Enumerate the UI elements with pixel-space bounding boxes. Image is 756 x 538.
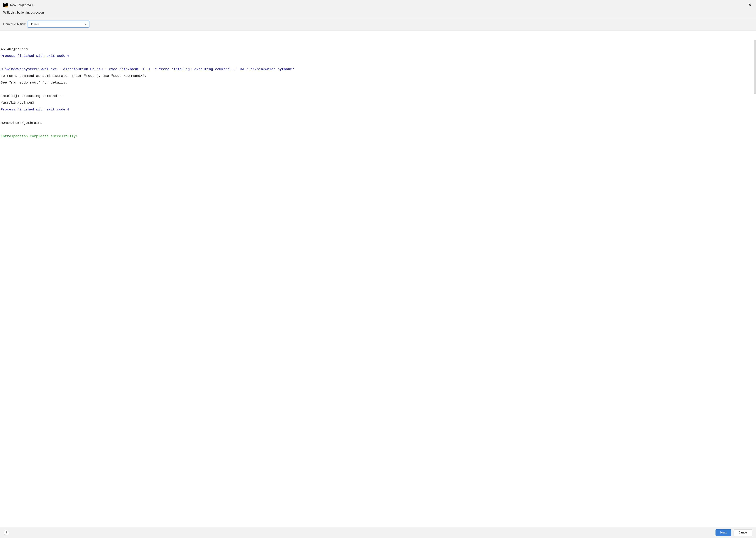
console-line: See "man sudo_root" for details. [1, 80, 755, 86]
linux-distribution-input[interactable] [27, 21, 89, 27]
console-line [1, 113, 755, 120]
console-line: intellij: executing command... [1, 93, 755, 99]
close-icon [748, 3, 751, 6]
console-line: Process finished with exit code 0 [1, 106, 755, 113]
linux-distribution-select[interactable] [27, 21, 89, 27]
console-line [1, 126, 755, 133]
close-button[interactable] [747, 3, 753, 8]
titlebar: PC EAP New Target: WSL [0, 0, 756, 9]
console-line: 45.40/jbr/bin [1, 46, 755, 53]
dialog-title: New Target: WSL [10, 3, 744, 7]
console-line: HOME=/home/jetbrains [1, 120, 755, 126]
introspection-console[interactable]: 45.40/jbr/binProcess finished with exit … [0, 30, 756, 527]
dialog-new-target-wsl: PC EAP New Target: WSL WSL distribution … [0, 0, 756, 538]
help-button[interactable]: ? [4, 530, 9, 535]
cancel-button[interactable]: Cancel [733, 529, 752, 536]
linux-distribution-row: Linux distribution: [0, 18, 756, 30]
console-line [1, 86, 755, 93]
console-line: Process finished with exit code 0 [1, 53, 755, 59]
linux-distribution-label: Linux distribution: [3, 23, 26, 26]
console-line [1, 59, 755, 66]
dialog-subtitle: WSL distribution introspection [0, 9, 756, 18]
help-icon: ? [6, 531, 7, 534]
console-line: /usr/bin/python3 [1, 99, 755, 106]
console-line: C:\Windows\system32\wsl.exe --distributi… [1, 66, 755, 73]
console-line: Introspection completed successfully! [1, 133, 755, 140]
app-icon-letters: PC [4, 3, 6, 5]
scrollbar-thumb[interactable] [754, 40, 756, 94]
dialog-footer: ? Next Cancel [0, 527, 756, 538]
next-button[interactable]: Next [716, 529, 731, 536]
app-icon-badge: EAP [5, 6, 8, 7]
console-line: To run a command as administrator (user … [1, 73, 755, 80]
pycharm-eap-icon: PC EAP [3, 3, 8, 7]
